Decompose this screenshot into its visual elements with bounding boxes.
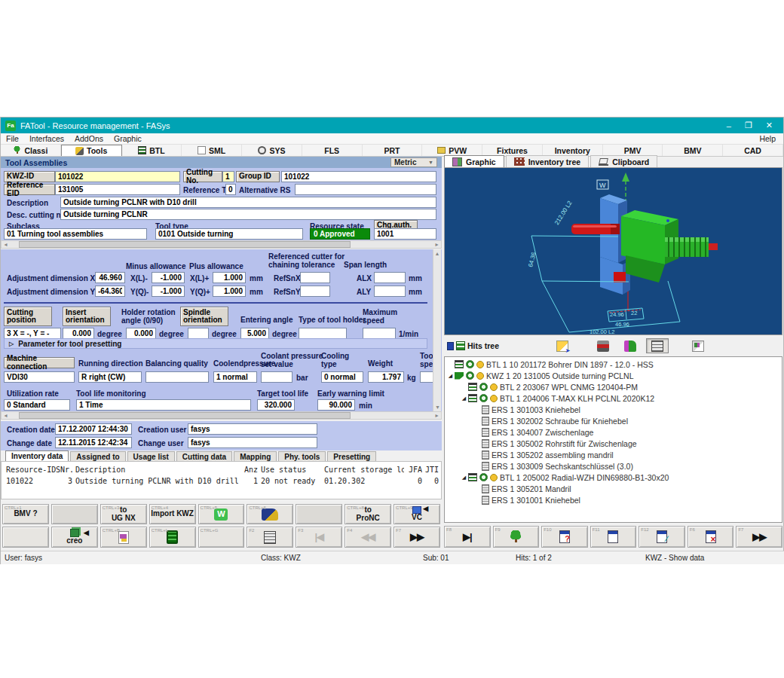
- machine-connection-field[interactable]: [4, 371, 75, 383]
- tree-item[interactable]: ERS 1 302002 Schraube für Kniehebel: [445, 415, 782, 426]
- alx-field[interactable]: [374, 272, 406, 283]
- toolbar-button[interactable]: CTRL+9 VC: [394, 504, 440, 524]
- main-tab[interactable]: Fixtures: [482, 145, 543, 156]
- spindle-orientation-field[interactable]: [188, 328, 209, 339]
- change-user-field[interactable]: [188, 437, 317, 448]
- minus-x-field[interactable]: [152, 272, 185, 283]
- toolbar-button[interactable]: [296, 504, 342, 524]
- tree-item[interactable]: ERS 1 301003 Kniehebel: [445, 404, 782, 415]
- spindle-orientation-label[interactable]: Spindle orientation: [180, 307, 228, 326]
- insert-orientation-field[interactable]: [63, 328, 94, 339]
- minus-y-field[interactable]: [152, 286, 185, 297]
- scroll-thumb[interactable]: [19, 412, 351, 419]
- main-tab[interactable]: PRT: [363, 145, 423, 156]
- main-tab[interactable]: BMV: [663, 145, 723, 156]
- tool-type-field[interactable]: [155, 228, 303, 240]
- description-field[interactable]: [60, 197, 436, 208]
- toolbar-button[interactable]: CTRL+1 BMV ?: [2, 504, 49, 524]
- detail-tab[interactable]: Presetting: [327, 451, 376, 461]
- main-tab[interactable]: Inventory: [543, 145, 603, 156]
- toolbar-button[interactable]: [2, 527, 49, 548]
- view-tab[interactable]: Graphic: [444, 155, 504, 167]
- tree-item[interactable]: KWZ 1 20 131005 Outside turning PCLNL: [445, 370, 782, 381]
- main-tab[interactable]: SYS: [242, 145, 302, 156]
- main-tab[interactable]: BTL: [122, 145, 182, 156]
- horizontal-scrollbar[interactable]: ◂▸: [1, 411, 442, 420]
- unit-dropdown[interactable]: Metric▼: [390, 157, 437, 167]
- chg-auth-field[interactable]: [374, 228, 436, 240]
- toolbar-button[interactable]: CTRL+5: [198, 504, 245, 524]
- refsny-field[interactable]: [300, 286, 330, 297]
- machine-view-button[interactable]: [592, 338, 614, 353]
- subclass-field[interactable]: [4, 228, 147, 240]
- adjust-y-field[interactable]: [95, 286, 125, 297]
- tree-item[interactable]: BTL 1 205002 Radial-WZH DIN69880-B1-30x2…: [445, 472, 782, 483]
- detail-tab[interactable]: Usage list: [127, 451, 175, 461]
- group-id-label[interactable]: Group ID: [236, 171, 280, 182]
- menu-file[interactable]: File: [1, 134, 24, 143]
- toolbar-button[interactable]: CTRL+8 to ProNC: [345, 504, 391, 524]
- tool-life-field[interactable]: [76, 399, 251, 411]
- main-tab[interactable]: Tools: [61, 145, 122, 156]
- toolbar-button[interactable]: CTRL+G: [198, 527, 245, 548]
- main-tab[interactable]: FLS: [302, 145, 363, 156]
- tree-expander-icon[interactable]: [446, 373, 455, 379]
- reference-tip-field[interactable]: [225, 184, 236, 195]
- cutting-position-field[interactable]: [4, 328, 61, 339]
- adjust-x-field[interactable]: [95, 272, 125, 283]
- tree-expander-icon[interactable]: [460, 396, 468, 402]
- scroll-left-icon[interactable]: ◂: [2, 412, 10, 419]
- main-tab[interactable]: PMV: [603, 145, 663, 156]
- creation-date-field[interactable]: [55, 423, 132, 435]
- desc-cutting-no-field[interactable]: [60, 209, 436, 220]
- utilization-rate-field[interactable]: [4, 399, 70, 411]
- toolbar-button[interactable]: CTRL+L: [149, 527, 196, 548]
- reference-eid-label[interactable]: Reference EID: [4, 184, 55, 195]
- toolbar-button[interactable]: CTRL+6: [247, 504, 293, 524]
- creation-user-field[interactable]: [188, 423, 317, 435]
- tree-item[interactable]: ERS 1 305202 assembling mandril: [445, 449, 782, 460]
- close-button[interactable]: ✕: [766, 121, 773, 130]
- 3d-viewport[interactable]: W: [444, 167, 782, 335]
- toolbar-button[interactable]: CTRL+4 Import KWZ: [149, 504, 196, 524]
- kwz-id-field[interactable]: [55, 171, 180, 182]
- plus-y-field[interactable]: [213, 286, 246, 297]
- main-tab[interactable]: Classi: [1, 145, 61, 156]
- reference-eid-field[interactable]: [55, 184, 180, 195]
- cooling-type-field[interactable]: [321, 371, 363, 383]
- alternative-rs-field[interactable]: [295, 184, 436, 195]
- export-document-button[interactable]: [551, 338, 574, 353]
- scroll-right-icon[interactable]: ▸: [433, 412, 441, 419]
- balancing-quality-field[interactable]: [145, 371, 209, 383]
- table-row[interactable]: 101022 3 Outside turning PCLNR with D10 …: [6, 475, 441, 487]
- table-view-button[interactable]: [646, 338, 669, 353]
- cutting-no-field[interactable]: [222, 171, 234, 182]
- tree-item[interactable]: BTL 1 10 201172 Bohrer DIN 1897 - 12.0 -…: [445, 359, 782, 370]
- presetting-expander[interactable]: ▷ Parameter for tool presetting: [4, 338, 427, 349]
- tree-item[interactable]: ERS 1 305201 Mandril: [445, 483, 782, 494]
- machine-connection-label[interactable]: Machine connection: [4, 357, 75, 368]
- weight-field[interactable]: [368, 371, 404, 383]
- menu-help[interactable]: Help: [752, 134, 783, 143]
- main-tab[interactable]: SML: [182, 145, 242, 156]
- maximize-button[interactable]: ❐: [745, 121, 752, 130]
- tool-holder-type-field[interactable]: [299, 328, 347, 339]
- entering-angle-field[interactable]: [240, 328, 269, 339]
- scroll-left-icon[interactable]: ◂: [2, 241, 10, 248]
- scroll-right-icon[interactable]: ▸: [433, 241, 441, 248]
- detail-tab[interactable]: Inventory data: [5, 450, 69, 461]
- change-date-field[interactable]: [55, 437, 132, 448]
- toolbar-button[interactable]: CTRL+3 to UG NX: [100, 504, 147, 524]
- view-tab[interactable]: Clipboard: [590, 155, 657, 167]
- view-tab[interactable]: Inventory tree: [506, 155, 589, 167]
- toolbar-button[interactable]: creo: [51, 527, 98, 548]
- menu-graphic[interactable]: Graphic: [109, 134, 147, 143]
- tree-item[interactable]: ERS 1 305002 Rohrstift für Zwischenlage: [445, 438, 782, 449]
- refsnx-field[interactable]: [300, 272, 330, 283]
- aly-field[interactable]: [374, 286, 406, 297]
- target-tool-life-field[interactable]: [257, 399, 295, 411]
- hits-tree-button[interactable]: Hits tree: [447, 341, 499, 350]
- minimize-button[interactable]: –: [727, 121, 731, 130]
- toolbar-button[interactable]: [51, 504, 98, 524]
- detail-tab[interactable]: Assigned to: [70, 451, 125, 461]
